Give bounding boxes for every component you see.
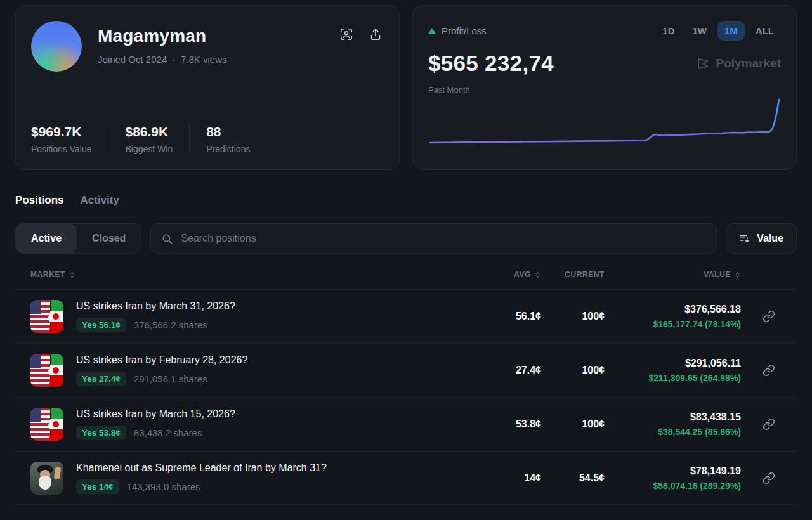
market-link-icon[interactable]	[741, 472, 797, 484]
sort-by-value-button[interactable]: Value	[726, 223, 797, 254]
pnl-chart	[428, 96, 781, 154]
pnl-card: Profit/Loss 1D 1W 1M ALL $565 232,74 Pol…	[412, 5, 797, 170]
stat-value: $86.9K	[125, 124, 173, 140]
header-avg-label: Avg	[514, 270, 531, 279]
outcome-badge: Yes 14¢	[76, 479, 119, 494]
stat-biggest-win: $86.9K Biggest Win	[108, 124, 189, 154]
segment-closed[interactable]: Closed	[77, 224, 141, 253]
market-title[interactable]: US strikes Iran by March 31, 2026?	[76, 301, 235, 312]
search-icon	[161, 233, 173, 245]
pnl-period: Past Month	[428, 85, 781, 94]
market-title[interactable]: Khamenei out as Supreme Leader of Iran b…	[76, 462, 327, 474]
sort-chevrons-icon	[534, 271, 541, 278]
position-profit: $165,177.74 (78.14%)	[605, 319, 741, 329]
page-title: Magamyman	[98, 26, 226, 46]
tab-positions[interactable]: Positions	[15, 194, 64, 207]
sort-descending-icon	[739, 233, 750, 244]
section-tabs: Positions Activity	[15, 194, 797, 207]
search-input[interactable]	[181, 233, 706, 244]
outcome-badge: Yes 53.8¢	[76, 426, 126, 440]
status-segmented-control: Active Closed	[15, 223, 141, 254]
avg-price: 53.8¢	[490, 419, 541, 430]
profile-meta: Joined Oct 2024 · 7.8K views	[98, 54, 226, 65]
scan-face-icon[interactable]	[339, 27, 355, 42]
stat-label: Positions Value	[31, 144, 91, 154]
header-market[interactable]: Market	[30, 270, 490, 279]
tab-activity[interactable]: Activity	[81, 194, 119, 207]
shares-count: 143,393.0 shares	[127, 481, 200, 492]
header-current[interactable]: Current	[541, 270, 605, 279]
stat-value: $969.7K	[31, 124, 91, 140]
pnl-label-text: Profit/Loss	[442, 25, 487, 36]
market-link-icon[interactable]	[741, 418, 797, 431]
position-value: $291,056.11	[605, 358, 741, 369]
position-row[interactable]: US strikes Iran by March 31, 2026? Yes 5…	[15, 289, 797, 343]
polymarket-watermark: Polymarket	[696, 56, 781, 71]
outcome-badge: Yes 27.4¢	[76, 372, 126, 386]
segment-active[interactable]: Active	[16, 224, 77, 253]
position-row[interactable]: US strikes Iran by February 28, 2026? Ye…	[15, 343, 797, 397]
sort-chevrons-icon	[69, 271, 75, 278]
us-iran-flags-icon	[30, 300, 63, 333]
range-button-1d[interactable]: 1D	[655, 21, 681, 41]
market-link-icon[interactable]	[741, 310, 797, 323]
current-price: 100¢	[541, 311, 605, 322]
profit-up-icon	[428, 28, 436, 34]
profile-card: Magamyman Joined Oct 2024 · 7.8K views	[15, 5, 400, 170]
market-title[interactable]: US strikes Iran by March 15, 2026?	[76, 408, 235, 420]
search-box[interactable]	[150, 223, 717, 254]
polymarket-logo-icon	[696, 56, 710, 71]
header-current-label: Current	[565, 270, 605, 279]
range-button-1w[interactable]: 1W	[685, 21, 714, 41]
position-row[interactable]: US strikes Iran by March 15, 2026? Yes 5…	[15, 397, 797, 451]
stat-label: Predictions	[206, 144, 250, 154]
current-price: 100¢	[541, 365, 605, 376]
sort-button-label: Value	[757, 233, 783, 244]
header-avg[interactable]: Avg	[490, 270, 541, 279]
dot-separator: ·	[173, 54, 176, 65]
current-price: 100¢	[541, 419, 605, 430]
stat-positions-value: $969.7K Positions Value	[31, 124, 108, 154]
position-profit: $58,074.16 (289.29%)	[605, 481, 741, 491]
shares-count: 376,566.2 shares	[134, 320, 207, 330]
us-iran-flags-icon	[30, 354, 63, 387]
stat-predictions: 88 Predictions	[189, 124, 266, 154]
outcome-badge: Yes 56.1¢	[76, 318, 126, 332]
joined-date: Joined Oct 2024	[98, 54, 167, 65]
time-range-selector: 1D 1W 1M ALL	[655, 21, 781, 41]
position-row[interactable]: Khamenei out as Supreme Leader of Iran b…	[15, 451, 797, 505]
market-title[interactable]: US strikes Iran by February 28, 2026?	[76, 354, 247, 366]
avg-price: 14¢	[490, 472, 541, 484]
sort-chevrons-icon	[734, 271, 741, 278]
range-button-all[interactable]: ALL	[749, 21, 781, 41]
header-value-label: Value	[704, 270, 731, 279]
range-button-1m[interactable]: 1M	[717, 21, 745, 41]
market-link-icon[interactable]	[741, 364, 797, 377]
khamenei-photo-icon	[30, 462, 63, 495]
top-cards: Magamyman Joined Oct 2024 · 7.8K views	[0, 0, 812, 170]
position-value: $78,149.19	[605, 465, 741, 477]
avatar	[31, 21, 82, 72]
share-icon[interactable]	[369, 27, 384, 42]
position-profit: $211,309.65 (264.98%)	[605, 373, 741, 383]
pnl-value: $565 232,74	[428, 51, 554, 76]
avg-price: 27.4¢	[490, 365, 541, 376]
polymarket-label: Polymarket	[716, 56, 781, 70]
current-price: 54.5¢	[541, 472, 605, 484]
views-count: 7.8K views	[181, 54, 227, 65]
pnl-label: Profit/Loss	[428, 25, 487, 36]
stat-label: Biggest Win	[125, 144, 173, 154]
shares-count: 291,056.1 shares	[134, 374, 207, 384]
header-market-label: Market	[30, 270, 65, 279]
avg-price: 56.1¢	[490, 311, 541, 322]
stat-value: 88	[206, 124, 250, 140]
shares-count: 83,438.2 shares	[134, 427, 202, 438]
header-value[interactable]: Value	[605, 270, 741, 279]
position-profit: $38,544.25 (85.86%)	[605, 427, 741, 437]
position-value: $83,438.15	[605, 412, 741, 423]
position-value: $376,566.18	[605, 304, 741, 315]
us-iran-flags-icon	[30, 408, 63, 441]
filter-row: Active Closed Value	[15, 223, 797, 254]
profile-stats: $969.7K Positions Value $86.9K Biggest W…	[31, 124, 384, 154]
positions-table: Market Avg Current Value US strikes Iran…	[15, 270, 797, 505]
